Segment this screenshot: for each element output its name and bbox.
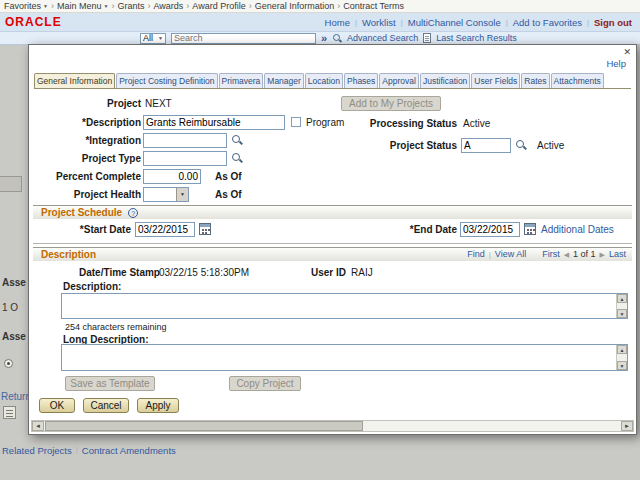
save-as-template-button[interactable]: Save as Template: [65, 376, 155, 391]
link-advanced-search[interactable]: Advanced Search: [347, 33, 418, 43]
tab-phases[interactable]: Phases: [344, 73, 378, 88]
tab-attachments[interactable]: Attachments: [551, 73, 604, 88]
advanced-search-icon: [332, 33, 342, 43]
ok-button[interactable]: OK: [39, 398, 75, 413]
link-related-projects[interactable]: Related Projects: [2, 445, 72, 456]
scroll-down-icon[interactable]: ▼: [617, 361, 627, 370]
datetime-stamp-value: 03/22/15 5:18:30PM: [159, 267, 249, 278]
link-multichannel-console[interactable]: MultiChannel Console: [408, 17, 501, 28]
tab-bar: General Information Project Costing Defi…: [34, 72, 631, 89]
help-icon[interactable]: ?: [128, 208, 138, 218]
percent-complete-input[interactable]: [143, 169, 201, 184]
find-link[interactable]: Find: [467, 248, 485, 261]
apply-button[interactable]: Apply: [137, 398, 179, 413]
link-sign-out[interactable]: Sign out: [594, 17, 632, 28]
integration-input[interactable]: [143, 133, 227, 148]
tab-project-costing-definition[interactable]: Project Costing Definition: [116, 73, 217, 88]
tab-rates[interactable]: Rates: [521, 73, 549, 88]
breadcrumb-grants[interactable]: Grants: [117, 1, 144, 11]
radio-button[interactable]: [4, 359, 13, 368]
end-date-label: *End Date: [369, 224, 457, 235]
background-text-fragment: Asse: [2, 331, 28, 342]
project-type-input[interactable]: [143, 151, 227, 166]
last-link[interactable]: Last: [609, 248, 626, 261]
add-to-my-projects-button[interactable]: Add to My Projects: [341, 96, 441, 111]
health-as-of-label: As Of: [215, 189, 242, 200]
horizontal-scrollbar[interactable]: ◄ ►: [31, 420, 634, 432]
return-link[interactable]: Return: [1, 391, 28, 402]
long-description-textarea[interactable]: ▲ ▼: [61, 344, 628, 371]
link-last-search-results[interactable]: Last Search Results: [436, 33, 517, 43]
description-field-label: Description:: [63, 281, 121, 292]
scrollbar-thumb[interactable]: [45, 421, 363, 431]
tab-general-information[interactable]: General Information: [34, 73, 115, 89]
next-row-icon[interactable]: ▶: [600, 248, 605, 261]
breadcrumb-separator: ›: [51, 1, 54, 11]
section-project-schedule: Project Schedule ?: [33, 205, 632, 219]
notes-icon[interactable]: [3, 406, 16, 419]
scroll-down-icon[interactable]: ▼: [617, 309, 627, 318]
scroll-left-icon[interactable]: ◄: [32, 421, 44, 431]
chevron-down-icon[interactable]: ▼: [176, 188, 188, 201]
breadcrumb-general-information[interactable]: General Information: [255, 1, 335, 11]
link-worklist[interactable]: Worklist: [362, 17, 396, 28]
project-type-label: Project Type: [29, 153, 141, 164]
header-links: Home | Worklist | MultiChannel Console |…: [325, 17, 632, 28]
start-date-label: *Start Date: [49, 224, 131, 235]
separator: |: [76, 445, 78, 456]
textarea-scrollbar[interactable]: ▲ ▼: [616, 345, 627, 370]
search-scope-value: All: [143, 33, 153, 43]
breadcrumb-awards[interactable]: Awards: [153, 1, 183, 11]
tab-primavera[interactable]: Primavera: [219, 73, 264, 88]
start-date-input[interactable]: [135, 222, 195, 237]
tab-location[interactable]: Location: [305, 73, 343, 88]
link-contract-amendments[interactable]: Contract Amendments: [82, 445, 176, 456]
tab-justification[interactable]: Justification: [420, 73, 470, 88]
end-date-input[interactable]: [460, 222, 520, 237]
datetime-stamp-label: Date/Time Stamp: [79, 267, 160, 278]
tab-approval[interactable]: Approval: [379, 73, 419, 88]
breadcrumb-label: Main Menu: [57, 1, 102, 11]
search-input[interactable]: [171, 33, 316, 44]
integration-lookup-icon[interactable]: [231, 134, 243, 146]
project-type-lookup-icon[interactable]: [231, 152, 243, 164]
scroll-up-icon[interactable]: ▲: [617, 345, 627, 354]
tab-user-fields[interactable]: User Fields: [471, 73, 520, 88]
copy-project-button[interactable]: Copy Project: [229, 376, 301, 391]
close-icon[interactable]: ✕: [623, 47, 631, 57]
scroll-up-icon[interactable]: ▲: [617, 294, 627, 303]
description-label: *Description: [29, 117, 141, 128]
chevron-down-icon: ▼: [158, 35, 163, 41]
search-scope-select[interactable]: All▼: [140, 33, 166, 44]
breadcrumb-contract-terms[interactable]: Contract Terms: [343, 1, 404, 11]
background-text-fragment: Asse: [2, 277, 28, 288]
breadcrumb-main-menu[interactable]: Main Menu▼: [57, 1, 108, 11]
textarea-scrollbar[interactable]: ▲ ▼: [616, 294, 627, 318]
breadcrumb-separator: ›: [337, 1, 340, 11]
view-all-link[interactable]: View All: [495, 248, 526, 261]
last-search-results-icon: [423, 33, 431, 43]
additional-dates-link[interactable]: Additional Dates: [541, 224, 614, 235]
breadcrumb-favorites[interactable]: Favorites▼: [4, 1, 48, 11]
end-date-calendar-icon[interactable]: [524, 223, 536, 235]
separator: |: [401, 18, 403, 27]
characters-remaining: 254 characters remaining: [65, 322, 167, 332]
help-link[interactable]: Help: [606, 58, 626, 69]
project-status-input[interactable]: [461, 138, 511, 153]
separator: |: [355, 18, 357, 27]
project-status-lookup-icon[interactable]: [515, 139, 527, 151]
background-button-fragment: [0, 176, 22, 192]
project-health-select[interactable]: ▼: [143, 187, 189, 202]
description-input[interactable]: [143, 115, 285, 130]
previous-row-icon[interactable]: ◀: [564, 248, 569, 261]
tab-manager[interactable]: Manager: [264, 73, 304, 88]
cancel-button[interactable]: Cancel: [83, 398, 129, 413]
first-link[interactable]: First: [542, 248, 560, 261]
breadcrumb-award-profile[interactable]: Award Profile: [192, 1, 245, 11]
link-add-to-favorites[interactable]: Add to Favorites: [513, 17, 582, 28]
scroll-right-icon[interactable]: ►: [621, 421, 633, 431]
description-textarea[interactable]: ▲ ▼: [61, 293, 628, 319]
start-date-calendar-icon[interactable]: [199, 223, 211, 235]
search-go-button[interactable]: »: [321, 33, 327, 44]
link-home[interactable]: Home: [325, 17, 350, 28]
